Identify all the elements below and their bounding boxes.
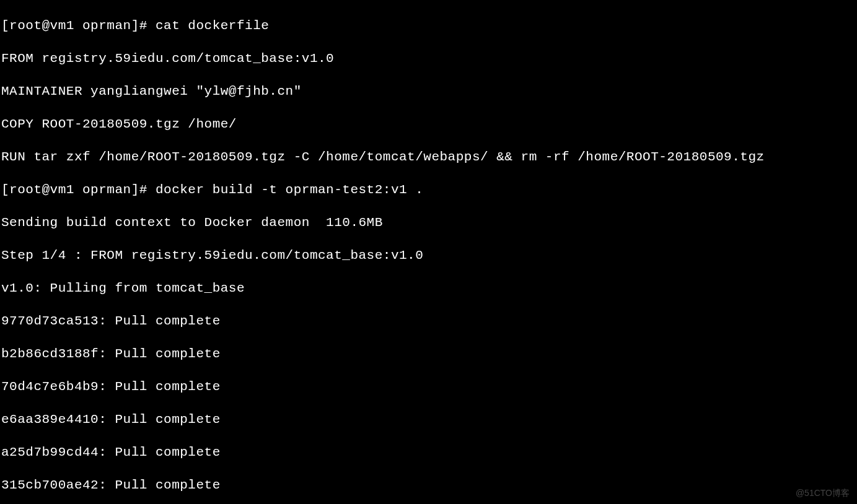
terminal-line: e6aa389e4410: Pull complete bbox=[1, 412, 856, 428]
terminal-output[interactable]: [root@vm1 oprman]# cat dockerfile FROM r… bbox=[0, 0, 857, 504]
terminal-line: [root@vm1 oprman]# docker build -t oprma… bbox=[1, 182, 856, 199]
watermark-label: @51CTO博客 bbox=[796, 488, 850, 499]
terminal-line: a25d7b99cd44: Pull complete bbox=[1, 445, 856, 461]
terminal-line: MAINTAINER yangliangwei "ylw@fjhb.cn" bbox=[1, 84, 856, 100]
terminal-line: v1.0: Pulling from tomcat_base bbox=[1, 280, 856, 297]
terminal-line: 9770d73ca513: Pull complete bbox=[1, 313, 856, 330]
terminal-line: Sending build context to Docker daemon 1… bbox=[1, 215, 856, 232]
terminal-line: 70d4c7e6b4b9: Pull complete bbox=[1, 379, 856, 396]
terminal-line: b2b86cd3188f: Pull complete bbox=[1, 346, 856, 363]
terminal-line: Step 1/4 : FROM registry.59iedu.com/tomc… bbox=[1, 248, 856, 264]
terminal-line: COPY ROOT-20180509.tgz /home/ bbox=[1, 116, 856, 133]
terminal-line: [root@vm1 oprman]# cat dockerfile bbox=[1, 18, 856, 35]
terminal-line: 315cb700ae42: Pull complete bbox=[1, 477, 856, 494]
terminal-line: FROM registry.59iedu.com/tomcat_base:v1.… bbox=[1, 51, 856, 67]
terminal-line: RUN tar zxf /home/ROOT-20180509.tgz -C /… bbox=[1, 149, 856, 166]
